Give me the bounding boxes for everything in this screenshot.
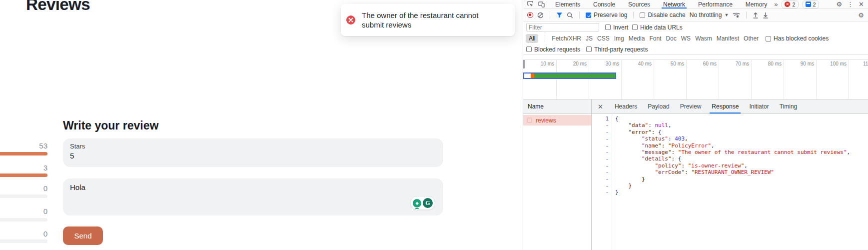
details-tab-timing[interactable]: Timing	[780, 100, 798, 114]
send-button[interactable]: Send	[63, 226, 103, 245]
chip-all[interactable]: All	[526, 34, 538, 43]
rating-count: 3	[20, 164, 47, 172]
tab-performance[interactable]: Performance	[698, 0, 733, 8]
import-har-icon[interactable]	[753, 12, 759, 18]
chip-wasm[interactable]: Wasm	[695, 35, 712, 42]
rating-count: 0	[20, 207, 47, 216]
chip-media[interactable]: Media	[629, 35, 645, 42]
review-textarea[interactable]: Hola ◆ G	[63, 178, 443, 216]
preserve-log-checkbox[interactable]: Preserve log	[586, 12, 627, 18]
gutter-marker: -	[592, 142, 609, 149]
chip-fetch-xhr[interactable]: Fetch/XHR	[552, 35, 581, 42]
settings-gear-icon[interactable]: ⚙	[836, 1, 842, 8]
details-tab-headers[interactable]: Headers	[615, 100, 637, 114]
tab-console[interactable]: Console	[593, 0, 615, 8]
chip-img[interactable]: Img	[614, 35, 624, 42]
has-blocked-cookies-checkbox[interactable]: Has blocked cookies	[766, 35, 829, 42]
download-segment	[534, 74, 615, 78]
chip-js[interactable]: JS	[586, 35, 593, 42]
throttling-select[interactable]: No throttling ▼	[690, 12, 729, 18]
inspect-element-icon[interactable]	[527, 1, 534, 8]
filter-funnel-icon[interactable]	[556, 12, 563, 18]
review-text: Hola	[70, 183, 436, 192]
record-network-log-button[interactable]	[527, 12, 533, 18]
export-har-icon[interactable]	[763, 12, 769, 18]
response-json-view[interactable]: { "data": null, "error": { "status": 403…	[615, 114, 868, 250]
network-toolbar: Preserve log Disable cache No throttling…	[523, 9, 868, 22]
tick-label: 110 ms	[845, 61, 868, 66]
chip-font[interactable]: Font	[649, 35, 661, 42]
code-line: "errCode": "RESTAURANT_OWNER_REVIEW"	[615, 169, 868, 176]
gutter-marker: -	[592, 129, 609, 136]
grammarly-suggestion-icon[interactable]: ◆	[413, 199, 421, 208]
close-details-icon[interactable]: ✕	[598, 103, 603, 110]
stalled-segment	[531, 74, 534, 78]
tab-elements[interactable]: Elements	[555, 0, 580, 8]
chip-css[interactable]: CSS	[597, 35, 610, 42]
error-toast: The owner of the restaurant cannot submi…	[341, 4, 515, 36]
third-party-requests-checkbox[interactable]: Third-party requests	[586, 46, 648, 53]
page-title: Reviews	[26, 0, 90, 14]
more-tabs-button[interactable]: »	[774, 0, 778, 8]
grammarly-icon[interactable]: G	[423, 198, 433, 208]
checkbox-icon	[766, 36, 771, 42]
tab-network[interactable]: Network	[663, 0, 685, 8]
devtools-content: reviews 1----------- { "data": null, "er…	[523, 114, 868, 250]
rating-bar	[0, 218, 47, 222]
preserve-log-label: Preserve log	[594, 12, 627, 18]
divider	[746, 12, 747, 18]
network-overview-timeline[interactable]: 10 ms20 ms30 ms40 ms50 ms60 ms70 ms80 ms…	[523, 55, 868, 100]
issues-count-badge[interactable]: 2	[803, 0, 819, 8]
screen: Reviews The owner of the restaurant cann…	[0, 0, 868, 250]
tab-sources[interactable]: Sources	[628, 0, 650, 8]
chip-other[interactable]: Other	[744, 35, 759, 42]
disable-cache-label: Disable cache	[648, 12, 685, 18]
device-toolbar-icon[interactable]	[538, 1, 545, 8]
chip-manifest[interactable]: Manifest	[717, 35, 739, 42]
search-icon[interactable]	[567, 12, 573, 18]
tab-memory[interactable]: Memory	[746, 0, 767, 8]
chip-doc[interactable]: Doc	[666, 35, 676, 42]
details-tab-payload[interactable]: Payload	[648, 100, 669, 114]
stars-field[interactable]: Stars 5	[63, 138, 443, 167]
details-tab-initiator[interactable]: Initiator	[749, 100, 769, 114]
request-type-filters: AllFetch/XHRJSCSSImgMediaFontDocWSWasmMa…	[523, 33, 868, 44]
checkbox-icon	[640, 12, 645, 18]
details-tab-response[interactable]: Response	[712, 100, 739, 114]
gutter-marker: -	[592, 169, 609, 176]
close-devtools-icon[interactable]: ✕	[859, 1, 864, 8]
issues-count: 2	[813, 2, 816, 8]
code-line: {	[615, 116, 868, 122]
code-line: }	[615, 176, 868, 182]
blocked-requests-checkbox[interactable]: Blocked requests	[526, 46, 580, 53]
request-waterfall-bar[interactable]	[523, 72, 616, 79]
filter-input[interactable]	[526, 23, 599, 32]
network-settings-gear-icon[interactable]: ⚙	[858, 12, 864, 18]
error-count-badge[interactable]: ✕ 2	[782, 0, 798, 8]
disable-cache-checkbox[interactable]: Disable cache	[640, 12, 685, 18]
tick-label: 10 ms	[523, 61, 554, 66]
invert-checkbox[interactable]: Invert	[605, 24, 628, 31]
network-conditions-icon[interactable]	[733, 12, 740, 18]
name-column-header[interactable]: Name	[523, 100, 592, 114]
kebab-menu-icon[interactable]: ⋮	[847, 1, 854, 8]
filter-row: Invert Hide data URLs	[523, 22, 868, 33]
tick-label: 60 ms	[683, 61, 717, 66]
request-flags-row: Blocked requests Third-party requests	[523, 44, 868, 55]
checkbox-checked-icon	[586, 12, 591, 18]
gutter-marker: -	[592, 149, 609, 156]
request-row-reviews[interactable]: reviews	[523, 115, 591, 126]
code-line: }	[615, 189, 868, 196]
clear-network-log-icon[interactable]	[537, 12, 544, 18]
grammarly-widget[interactable]: ◆ G	[410, 196, 435, 210]
divider	[579, 12, 580, 18]
code-line: "name": "PolicyError",	[615, 142, 868, 149]
rating-bar	[0, 240, 47, 243]
chip-ws[interactable]: WS	[681, 35, 691, 42]
hide-data-urls-checkbox[interactable]: Hide data URLs	[632, 24, 683, 31]
hide-data-urls-label: Hide data URLs	[640, 24, 683, 31]
gutter-marker: -	[592, 156, 609, 162]
tick-label: 40 ms	[618, 61, 652, 66]
gutter-marker: -	[592, 136, 609, 142]
details-tab-preview[interactable]: Preview	[680, 100, 702, 114]
